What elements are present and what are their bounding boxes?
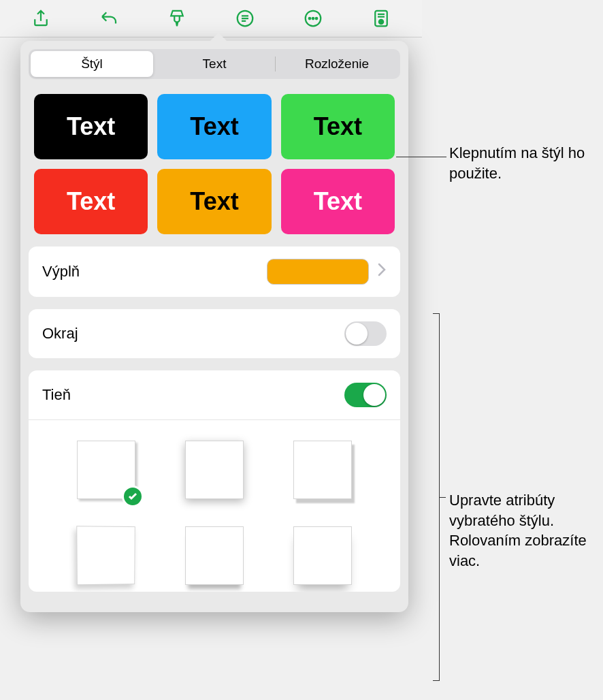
style-preset-pink[interactable]: Text — [281, 169, 395, 234]
format-popover: Štýl Text Rozloženie Text Text Text Text… — [20, 41, 408, 612]
shadow-option-6[interactable] — [293, 526, 352, 585]
callout-line — [396, 157, 446, 157]
callout-apply-style: Klepnutím na štýl ho použite. — [449, 143, 599, 183]
fill-color-chip[interactable] — [267, 259, 369, 285]
chevron-right-icon — [377, 262, 387, 281]
style-preset-blue[interactable]: Text — [157, 94, 271, 159]
fill-label: Výplň — [42, 263, 267, 281]
shadow-option-4[interactable] — [77, 526, 136, 585]
shadow-toggle[interactable] — [344, 383, 387, 407]
style-preset-green[interactable]: Text — [281, 94, 395, 159]
shadow-option-1[interactable] — [77, 441, 135, 499]
fill-card[interactable]: Výplň — [29, 246, 400, 297]
reader-icon[interactable] — [368, 5, 394, 31]
style-presets-grid: Text Text Text Text Text Text — [29, 91, 400, 246]
tab-text[interactable]: Text — [153, 51, 276, 77]
share-icon[interactable] — [28, 5, 54, 31]
toggle-knob — [346, 323, 368, 345]
border-toggle[interactable] — [344, 321, 387, 346]
callout-bracket — [433, 313, 440, 681]
toggle-knob — [363, 384, 385, 406]
shadow-option-2[interactable] — [185, 441, 244, 499]
toolbar — [0, 0, 422, 37]
shadow-option-5[interactable] — [185, 526, 244, 585]
shadow-card: Tieň — [29, 370, 400, 592]
style-preset-black[interactable]: Text — [34, 94, 148, 159]
format-brush-icon[interactable] — [164, 5, 190, 31]
shadow-option-3[interactable] — [293, 441, 352, 499]
border-label: Okraj — [42, 325, 344, 343]
svg-point-2 — [309, 18, 311, 20]
svg-point-4 — [316, 18, 318, 20]
tab-style[interactable]: Štýl — [31, 51, 153, 77]
svg-point-3 — [312, 18, 314, 20]
more-icon[interactable] — [300, 5, 326, 31]
border-card: Okraj — [29, 309, 400, 358]
tab-layout[interactable]: Rozloženie — [276, 51, 398, 77]
undo-icon[interactable] — [96, 5, 122, 31]
style-preset-red[interactable]: Text — [34, 169, 148, 234]
shadow-label: Tieň — [42, 386, 344, 404]
tab-bar: Štýl Text Rozloženie — [29, 49, 400, 79]
shadow-options-grid — [29, 420, 400, 592]
svg-point-7 — [380, 21, 382, 23]
comment-icon[interactable] — [232, 5, 258, 31]
checkmark-icon — [122, 486, 144, 507]
style-preset-orange[interactable]: Text — [157, 169, 271, 234]
app-window: Štýl Text Rozloženie Text Text Text Text… — [0, 0, 422, 700]
callout-edit-attributes: Upravte atribúty vybratého štýlu. Rolova… — [449, 490, 599, 571]
